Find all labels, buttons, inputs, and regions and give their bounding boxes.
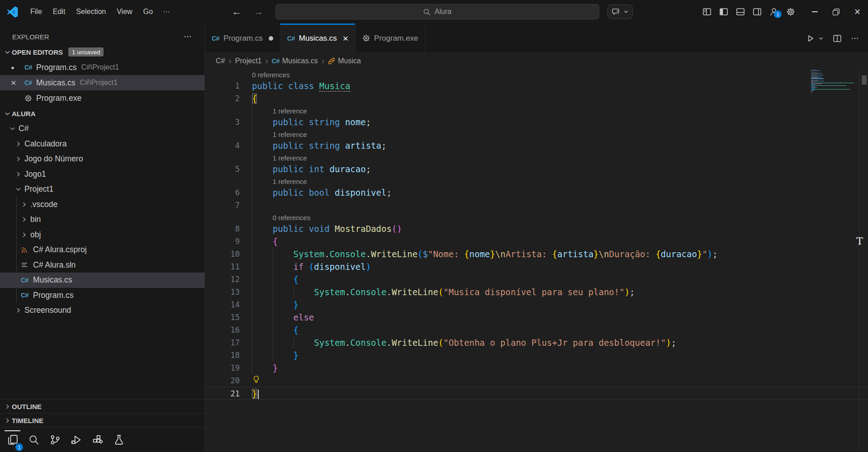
activity-extensions[interactable] bbox=[90, 430, 105, 449]
tree-item[interactable]: Screensound bbox=[0, 303, 204, 318]
menu-go[interactable]: Go bbox=[138, 8, 158, 16]
breadcrumb-item[interactable]: C# bbox=[216, 57, 225, 65]
tree-item[interactable]: Jogo1 bbox=[0, 167, 204, 182]
tree-item[interactable]: C#Program.cs bbox=[0, 288, 204, 303]
menu-file[interactable]: File bbox=[25, 8, 47, 16]
codelens-row[interactable]: 1 reference bbox=[205, 152, 868, 163]
open-editor-item[interactable]: Program.exe bbox=[0, 90, 204, 106]
breadcrumb-item[interactable]: Musica bbox=[328, 57, 361, 65]
code-line[interactable]: 6public bool disponivel; bbox=[205, 186, 868, 199]
restore-button[interactable] bbox=[825, 0, 847, 24]
code-line[interactable]: 8public void MostraDados() bbox=[205, 222, 868, 235]
tree-item[interactable]: obj bbox=[0, 227, 204, 243]
code-line[interactable]: 10System.Console.WriteLine($"Nome: {nome… bbox=[205, 248, 868, 260]
open-editors-header[interactable]: OPEN EDITORS 1 unsaved bbox=[0, 44, 204, 60]
menu-overflow-button[interactable]: ··· bbox=[158, 8, 175, 16]
breadcrumb-item[interactable]: C#Musicas.cs bbox=[272, 57, 318, 65]
codelens-label[interactable]: 1 reference bbox=[273, 107, 307, 115]
tree-item[interactable]: Jogo do Número bbox=[0, 151, 204, 167]
back-button[interactable]: ← bbox=[232, 6, 242, 18]
panel-outline[interactable]: OUTLINE bbox=[0, 399, 204, 413]
code-line[interactable]: 12{ bbox=[205, 273, 868, 286]
codelens-label[interactable]: 0 references bbox=[273, 214, 310, 221]
codelens-row[interactable]: 1 reference bbox=[205, 128, 868, 139]
run-dropdown-chevron-icon[interactable] bbox=[818, 36, 824, 41]
code-line[interactable]: 11if (disponivel) bbox=[205, 260, 868, 273]
activity-run-and-debug[interactable] bbox=[69, 430, 84, 449]
code-line[interactable]: 17System.Console.WriteLine("Obtenha o pl… bbox=[205, 336, 868, 349]
menu-edit[interactable]: Edit bbox=[47, 8, 71, 16]
menu-view[interactable]: View bbox=[111, 8, 138, 16]
code-line[interactable]: 1public class Musica bbox=[205, 80, 868, 92]
codelens-row[interactable]: 0 references bbox=[205, 212, 868, 222]
code-line[interactable]: 15else bbox=[205, 311, 868, 324]
settings-gear-icon[interactable] bbox=[786, 7, 795, 16]
git-icon bbox=[50, 434, 61, 445]
tree-item[interactable]: C# Alura.csproj bbox=[0, 242, 204, 258]
split-editor-button[interactable] bbox=[833, 34, 842, 43]
chevron-right-icon bbox=[15, 171, 22, 178]
chevron-down-icon bbox=[3, 110, 12, 117]
open-editor-item[interactable]: ×C#Musicas.csC#\Project1 bbox=[0, 75, 204, 90]
command-center-search[interactable]: Alura bbox=[275, 4, 599, 19]
copilot-button[interactable] bbox=[607, 5, 633, 19]
scrollbar-thumb[interactable] bbox=[862, 75, 867, 85]
codelens-label[interactable]: 1 reference bbox=[273, 154, 307, 162]
account-icon[interactable]: 1 bbox=[769, 7, 778, 16]
code-line[interactable]: 16{ bbox=[205, 324, 868, 336]
forward-button[interactable]: → bbox=[254, 6, 264, 18]
activity-testing[interactable] bbox=[112, 430, 126, 449]
codelens-row[interactable]: 0 references bbox=[205, 69, 868, 80]
codelens-row[interactable]: 1 reference bbox=[205, 175, 868, 186]
close-button[interactable]: × bbox=[847, 0, 868, 24]
run-button[interactable] bbox=[806, 34, 815, 43]
tree-item[interactable]: C#Musicas.cs bbox=[0, 273, 204, 288]
customize-layout-icon[interactable] bbox=[702, 7, 711, 16]
activity-explorer[interactable]: 1 bbox=[5, 430, 20, 449]
search-icon bbox=[423, 8, 431, 16]
tree-item[interactable]: .vscode bbox=[0, 197, 204, 212]
breadcrumb-item[interactable]: Project1 bbox=[235, 57, 262, 65]
code-line[interactable]: 14} bbox=[205, 298, 868, 311]
code-line[interactable]: 20 bbox=[205, 374, 868, 387]
activity-search[interactable] bbox=[27, 430, 41, 449]
code-line[interactable]: 3public string nome; bbox=[205, 116, 868, 128]
tab-musicas-cs[interactable]: C#Musicas.cs× bbox=[280, 24, 356, 53]
close-editor-button[interactable]: × bbox=[11, 78, 24, 88]
toggle-primary-sidebar-icon[interactable] bbox=[719, 7, 728, 16]
codelens-label[interactable]: 0 references bbox=[252, 71, 289, 79]
code-line[interactable]: 19} bbox=[205, 362, 868, 374]
panel-timeline[interactable]: TIMELINE bbox=[0, 413, 204, 427]
tab-program-cs[interactable]: C#Program.cs bbox=[205, 24, 280, 53]
tab-program-exe[interactable]: Program.exe bbox=[356, 24, 425, 53]
code-line[interactable]: 4public string artista; bbox=[205, 139, 868, 152]
views-more-actions-icon[interactable] bbox=[184, 33, 192, 41]
code-editor[interactable]: 0 references1public class Musica2{1 refe… bbox=[205, 69, 868, 452]
tree-item[interactable]: Calculadora bbox=[0, 137, 204, 152]
minimap[interactable] bbox=[811, 70, 856, 93]
menu-selection[interactable]: Selection bbox=[71, 8, 111, 16]
minimize-button[interactable] bbox=[804, 0, 825, 24]
tree-item[interactable]: bin bbox=[0, 212, 204, 227]
open-editor-item[interactable]: ●C#Program.csC#\Project1 bbox=[0, 60, 204, 75]
activity-source-control[interactable] bbox=[48, 430, 62, 449]
codelens-label[interactable]: 1 reference bbox=[273, 131, 307, 138]
vscode-logo-icon bbox=[6, 6, 19, 18]
toggle-secondary-sidebar-icon[interactable] bbox=[753, 7, 762, 16]
code-line[interactable]: 2{ bbox=[205, 92, 868, 105]
code-line[interactable]: 5public int duracao; bbox=[205, 163, 868, 175]
tree-item[interactable]: Project1 bbox=[0, 182, 204, 197]
codelens-label[interactable]: 1 reference bbox=[273, 178, 307, 185]
code-line[interactable]: 18} bbox=[205, 349, 868, 362]
code-line[interactable]: 13System.Console.WriteLine("Musica dispo… bbox=[205, 286, 868, 298]
toggle-panel-icon[interactable] bbox=[736, 7, 745, 16]
tree-item[interactable]: C# bbox=[0, 121, 204, 137]
codelens-row[interactable]: 1 reference bbox=[205, 105, 868, 116]
code-line[interactable]: 7 bbox=[205, 199, 868, 212]
code-line[interactable]: 21} bbox=[205, 387, 868, 400]
editor-more-actions-button[interactable] bbox=[851, 34, 859, 42]
code-line[interactable]: 9{ bbox=[205, 235, 868, 248]
tree-item[interactable]: C# Alura.sln bbox=[0, 258, 204, 273]
workspace-header[interactable]: ALURA bbox=[0, 106, 204, 121]
tab-close-button[interactable]: × bbox=[343, 33, 348, 44]
